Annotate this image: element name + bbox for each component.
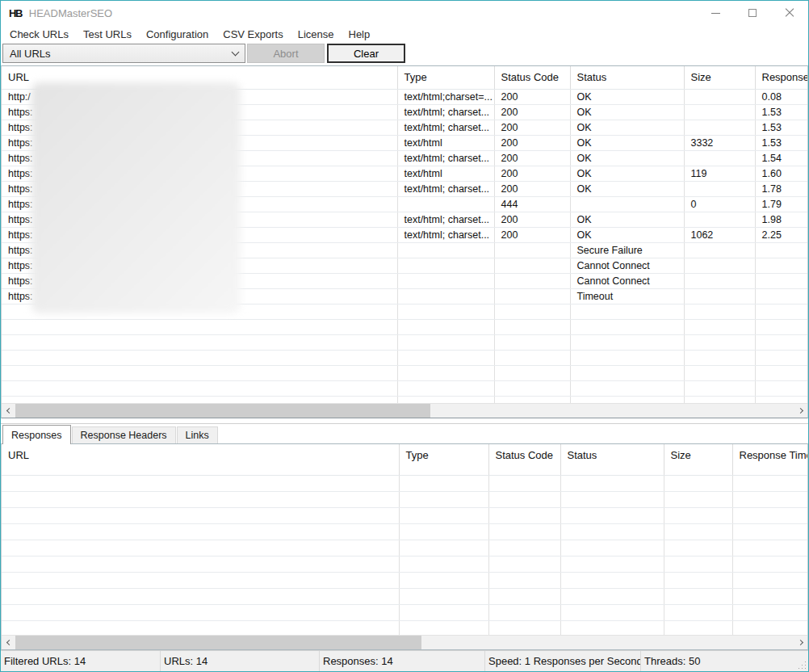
status-urls: URLs: 14 [161, 651, 320, 671]
cell-response-time: 1.54 [755, 150, 807, 166]
cell-response-time: 1.60 [755, 166, 807, 181]
cell-status: OK [570, 104, 684, 120]
cell-type: text/html; charset... [397, 120, 494, 135]
maximize-icon [748, 9, 757, 17]
minimize-icon [711, 13, 720, 14]
cell-size: 3332 [684, 135, 755, 150]
column-header-type[interactable]: Type [399, 444, 488, 475]
scroll-thumb[interactable] [15, 636, 421, 649]
empty-row [2, 523, 807, 540]
menu-csv-exports[interactable]: CSV Exports [216, 27, 290, 42]
empty-row [2, 365, 807, 380]
column-header-url[interactable]: URL [2, 444, 399, 475]
empty-row [2, 475, 807, 491]
cell-response-time: 1.53 [755, 135, 807, 150]
scroll-left-icon[interactable] [2, 404, 15, 418]
cell-status-code [494, 288, 570, 304]
cell-status-code: 200 [494, 166, 570, 181]
cell-status-code: 200 [494, 104, 570, 120]
cell-status-code [494, 242, 570, 258]
cell-size [684, 242, 755, 258]
cell-response-time: 0.08 [755, 89, 807, 104]
maximize-button[interactable] [734, 1, 771, 25]
clear-button[interactable]: Clear [327, 44, 405, 63]
tab-response-headers[interactable]: Response Headers [72, 426, 176, 443]
chevron-down-icon [232, 48, 240, 57]
column-header-status-code[interactable]: Status Code [488, 444, 560, 475]
minimize-button[interactable] [697, 1, 734, 25]
scroll-right-icon[interactable] [794, 404, 807, 418]
scroll-track[interactable] [15, 636, 794, 649]
cell-type: text/html; charset... [397, 104, 494, 120]
responses-table: URL Type Status Code Status Size Respons… [2, 444, 807, 637]
results-hscrollbar[interactable] [2, 403, 807, 418]
tab-responses[interactable]: Responses [2, 425, 71, 444]
column-header-status[interactable]: Status [560, 444, 664, 475]
cell-status-code: 200 [494, 89, 570, 104]
cell-response-time: 2.25 [755, 227, 807, 242]
cell-type [397, 196, 494, 212]
scroll-thumb[interactable] [15, 404, 430, 418]
column-header-status-code[interactable]: Status Code [494, 66, 570, 89]
cell-type [397, 273, 494, 288]
status-bar: Filtered URLs: 14 URLs: 14 Responses: 14… [1, 650, 808, 671]
column-header-response-time[interactable]: Response Time [732, 444, 807, 475]
titlebar: HB HEADMasterSEO [1, 1, 808, 25]
cell-status-code [494, 273, 570, 288]
cell-status-code: 200 [494, 135, 570, 150]
scroll-left-icon[interactable] [2, 636, 15, 649]
cell-status: OK [570, 150, 684, 166]
column-header-response-time[interactable]: Response Time [755, 66, 807, 89]
app-icon: HB [9, 7, 22, 19]
empty-row [2, 491, 807, 507]
resize-grip-icon[interactable] [805, 668, 806, 669]
cell-response-time: 1.53 [755, 104, 807, 120]
cell-response-time [755, 288, 807, 304]
cell-status: Cannot Connect [570, 258, 684, 273]
abort-button[interactable]: Abort [247, 44, 325, 63]
url-filter-select[interactable]: All URLs [2, 44, 245, 63]
tab-links[interactable]: Links [177, 426, 218, 443]
status-speed: Speed: 1 Responses per Second [485, 651, 641, 671]
responses-hscrollbar[interactable] [2, 635, 807, 649]
column-header-size[interactable]: Size [684, 66, 755, 89]
scroll-right-icon[interactable] [794, 636, 807, 649]
status-responses: Responses: 14 [320, 651, 485, 671]
column-header-status[interactable]: Status [570, 66, 684, 89]
cell-type: text/html; charset... [397, 181, 494, 196]
cell-status: OK [570, 227, 684, 242]
cell-type [397, 258, 494, 273]
cell-status-code: 444 [494, 196, 570, 212]
cell-status: Cannot Connect [570, 273, 684, 288]
scroll-track[interactable] [15, 404, 794, 418]
cell-status: OK [570, 120, 684, 135]
window-title: HEADMasterSEO [29, 7, 112, 19]
menu-test-urls[interactable]: Test URLs [76, 27, 139, 42]
url-filter-value: All URLs [10, 48, 233, 60]
cell-size [684, 288, 755, 304]
cell-size: 1062 [684, 227, 755, 242]
cell-status: OK [570, 166, 684, 181]
menu-license[interactable]: License [291, 27, 342, 42]
detail-tabs: Responses Response Headers Links [1, 424, 808, 443]
empty-row [2, 319, 807, 334]
cell-size [684, 150, 755, 166]
menu-check-urls[interactable]: Check URLs [2, 27, 76, 42]
empty-row [2, 540, 807, 556]
column-header-size[interactable]: Size [664, 444, 732, 475]
menu-help[interactable]: Help [342, 27, 378, 42]
empty-row [2, 572, 807, 588]
cell-size [684, 120, 755, 135]
pane-splitter[interactable] [1, 418, 808, 424]
close-button[interactable] [771, 1, 808, 25]
status-threads: Threads: 50 [641, 651, 808, 671]
cell-type: text/html;charset=... [397, 89, 494, 104]
responses-header-row: URL Type Status Code Status Size Respons… [2, 444, 807, 475]
cell-status-code: 200 [494, 120, 570, 135]
column-header-type[interactable]: Type [397, 66, 494, 89]
cell-status [570, 196, 684, 212]
empty-row [2, 604, 807, 620]
menu-configuration[interactable]: Configuration [139, 27, 216, 42]
cell-status: OK [570, 89, 684, 104]
empty-row [2, 507, 807, 523]
